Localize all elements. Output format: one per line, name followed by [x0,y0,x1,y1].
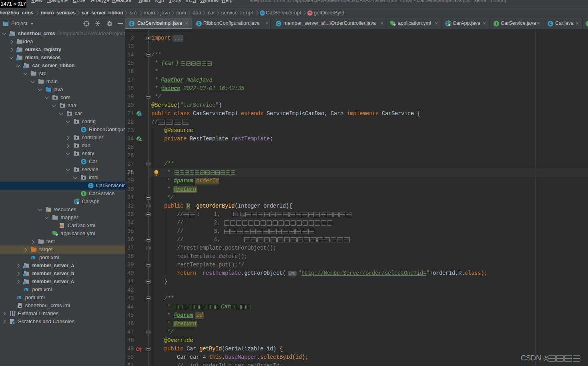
svg-text:c: c [139,113,141,116]
